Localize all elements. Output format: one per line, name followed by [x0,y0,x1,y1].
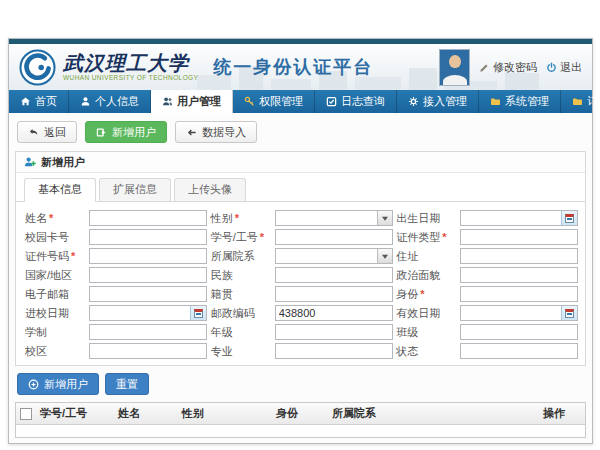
table-empty-row [16,425,585,437]
nav-item-home[interactable]: 首页 [9,90,69,113]
field-label: 有效日期 [393,306,460,321]
form-column-2: 性别*学号/工号*所属院系民族籍贯邮政编码年级专业 [208,209,394,361]
campus-card-no-input[interactable] [89,229,207,245]
form-field-ethnicity: 民族 [208,266,394,284]
nav-item-permission-management[interactable]: 权限管理 [233,90,315,113]
schooling-length-input[interactable] [89,324,207,340]
table-header-cell: 性别 [178,406,272,421]
valid-date-input[interactable] [461,306,561,320]
required-asterisk: * [442,231,446,243]
student-employee-id-input[interactable] [275,229,393,245]
university-name: 武汉理工大学 [63,53,198,74]
form-field-native-place: 籍贯 [208,285,394,303]
main-nav: 首页个人信息用户管理权限管理日志查询接入管理系统管理订阅管理 [9,90,592,113]
form-field-grade: 年级 [208,323,394,341]
form-field-name: 姓名* [22,209,208,227]
nav-item-label: 用户管理 [177,94,221,109]
form-actions: 新增用户 重置 [17,373,584,395]
users-icon [162,96,173,107]
native-place-input[interactable] [275,286,393,302]
add-user-toolbar-button[interactable]: 新增用户 [85,121,167,143]
nav-item-subscription-management[interactable]: 订阅管理 [561,90,600,113]
gender-select[interactable] [275,210,393,226]
postal-code-input[interactable] [275,305,393,321]
user-form: 姓名*校园卡号证件号码*国家/地区电子邮箱进校日期学制校区 性别*学号/工号*所… [16,202,585,365]
form-column-3: 出生日期证件类型*住址政治面貌身份*有效日期班级状态 [393,209,579,361]
form-field-entry-date: 进校日期 [22,304,208,322]
form-field-id-type: 证件类型* [393,228,579,246]
change-password-link[interactable]: 修改密码 [479,60,537,75]
id-type-input[interactable] [460,229,578,245]
form-field-status: 状态 [393,342,579,360]
field-label: 国家/地区 [22,268,89,283]
calendar-glyph [194,309,203,318]
field-label: 出生日期 [393,211,460,226]
data-import-label: 数据导入 [202,125,246,140]
university-name-en: WUHAN UNIVERSITY OF TECHNOLOGY [63,75,198,82]
table-header-checkbox-cell [16,408,36,420]
dropdown-arrow-icon[interactable] [377,249,392,263]
birth-date-field [460,210,578,226]
form-field-campus: 校区 [22,342,208,360]
required-asterisk: * [49,212,53,224]
class-input[interactable] [460,324,578,340]
address-input[interactable] [460,248,578,264]
field-label: 状态 [393,344,460,359]
birth-date-input[interactable] [461,211,561,225]
field-label: 邮政编码 [208,306,275,321]
major-input[interactable] [275,343,393,359]
nav-item-log-query[interactable]: 日志查询 [315,90,397,113]
ethnicity-input[interactable] [275,267,393,283]
field-label: 住址 [393,249,460,264]
field-label: 学制 [22,325,89,340]
logout-label: 退出 [560,60,582,75]
status-input[interactable] [460,343,578,359]
field-label: 进校日期 [22,306,89,321]
submit-add-user-button[interactable]: 新增用户 [17,373,99,395]
nav-item-user-management[interactable]: 用户管理 [151,90,233,113]
id-number-input[interactable] [89,248,207,264]
university-name-block: 武汉理工大学 WUHAN UNIVERSITY OF TECHNOLOGY [63,53,198,82]
political-status-input[interactable] [460,267,578,283]
email-input[interactable] [89,286,207,302]
home-icon [20,96,31,107]
nav-item-label: 日志查询 [341,94,385,109]
identity-input[interactable] [460,286,578,302]
name-input[interactable] [89,210,207,226]
nav-item-system-management[interactable]: 系统管理 [479,90,561,113]
tab-basic-info[interactable]: 基本信息 [24,178,96,202]
logout-link[interactable]: 退出 [546,60,582,75]
entry-date-field [89,305,207,321]
panel-header: 新增用户 [16,152,585,173]
form-field-postal-code: 邮政编码 [208,304,394,322]
field-label: 电子邮箱 [22,287,89,302]
user-table: 学号/工号姓名性别身份所属院系操作 [15,402,586,438]
add-user-toolbar-label: 新增用户 [112,125,156,140]
back-button[interactable]: 返回 [17,121,77,143]
campus-input[interactable] [89,343,207,359]
required-asterisk: * [71,250,75,262]
calendar-icon[interactable] [561,306,577,320]
arrow-left-icon [186,127,197,138]
add-user-panel: 新增用户 基本信息扩展信息上传头像 姓名*校园卡号证件号码*国家/地区电子邮箱进… [15,151,586,366]
form-field-id-number: 证件号码* [22,247,208,265]
reset-button[interactable]: 重置 [105,373,149,395]
tab-upload-avatar[interactable]: 上传头像 [174,178,246,201]
page-title: 统一身份认证平台 [213,55,373,79]
entry-date-input[interactable] [90,306,190,320]
tab-extended-info[interactable]: 扩展信息 [99,178,171,201]
nav-item-profile[interactable]: 个人信息 [69,90,151,113]
app-window: 武汉理工大学 WUHAN UNIVERSITY OF TECHNOLOGY 统一… [8,38,593,444]
country-region-input[interactable] [89,267,207,283]
data-import-button[interactable]: 数据导入 [175,121,257,143]
dropdown-arrow-icon[interactable] [377,211,392,225]
field-label: 所属院系 [208,249,275,264]
calendar-icon[interactable] [561,211,577,225]
select-all-checkbox[interactable] [20,408,32,420]
form-field-identity: 身份* [393,285,579,303]
nav-item-access-management[interactable]: 接入管理 [397,90,479,113]
field-label: 学号/工号* [208,230,275,245]
calendar-icon[interactable] [190,306,206,320]
department-select[interactable] [275,248,393,264]
grade-input[interactable] [275,324,393,340]
